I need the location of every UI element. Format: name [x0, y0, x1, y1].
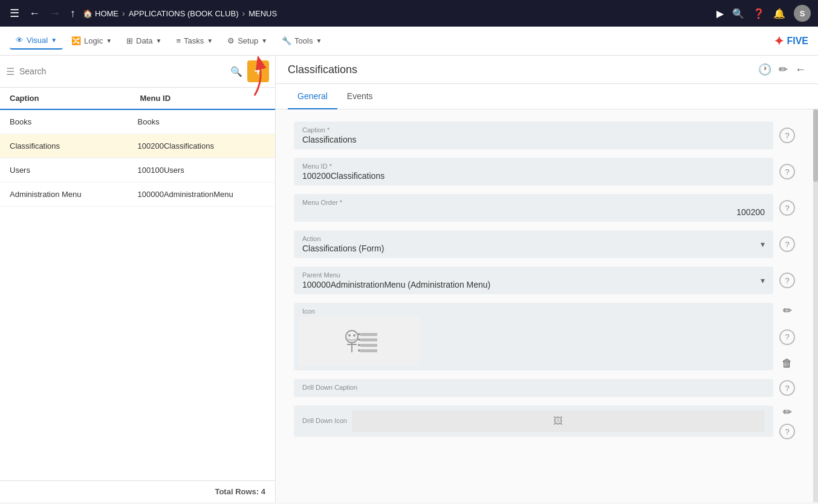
svg-point-1: [346, 331, 358, 343]
right-scrollbar[interactable]: [813, 109, 818, 502]
search-bar: ☰ 🔍 +: [0, 56, 275, 88]
row-caption: Administration Menu: [10, 190, 138, 199]
svg-rect-8: [360, 344, 377, 347]
svg-rect-9: [360, 349, 377, 352]
forward-icon[interactable]: →: [47, 5, 63, 22]
close-icon[interactable]: ←: [795, 63, 806, 76]
right-panel: Classifications 🕐 ✏ ← General Events Cap…: [276, 56, 818, 502]
row-menu-id: Books: [138, 117, 266, 126]
form-content: Caption * Classifications ? Menu ID * 10…: [276, 109, 813, 502]
drill-down-caption-help-icon[interactable]: ?: [779, 380, 795, 396]
svg-point-3: [353, 334, 355, 337]
menu-id-field: Menu ID * 100200Classifications: [294, 158, 773, 186]
caption-field: Caption * Classifications: [294, 121, 773, 149]
icon-field: Icon: [294, 303, 773, 370]
edit-icon[interactable]: ✏: [779, 63, 788, 76]
setup-icon: ⚙: [227, 36, 235, 45]
parent-menu-dropdown-caret: ▾: [761, 276, 765, 285]
row-caption: Users: [10, 166, 138, 175]
table-row[interactable]: Books Books: [0, 110, 275, 134]
tools-caret: ▼: [316, 37, 322, 44]
tab-events[interactable]: Events: [337, 84, 383, 109]
menu-order-help-icon[interactable]: ?: [779, 200, 795, 216]
caption-help-icon[interactable]: ?: [779, 128, 795, 143]
breadcrumb-home[interactable]: 🏠 HOME: [83, 9, 118, 18]
drill-down-icon-help-icon[interactable]: ?: [779, 424, 795, 439]
toolbar-visual[interactable]: 👁 Visual ▼: [10, 32, 63, 50]
help-icon[interactable]: ❓: [753, 8, 765, 19]
right-header: Classifications 🕐 ✏ ←: [276, 56, 818, 84]
menuid-help-icon[interactable]: ?: [779, 164, 795, 179]
logic-caret: ▼: [106, 37, 112, 44]
five-star-icon: ✦: [774, 34, 784, 48]
icon-delete-button[interactable]: 🗑: [779, 357, 795, 370]
action-field[interactable]: Action Classifications (Form) ▾: [294, 230, 773, 258]
data-icon: ⊞: [126, 36, 133, 45]
search-input[interactable]: [19, 66, 226, 76]
filter-icon: ☰: [6, 66, 15, 77]
logic-icon: 🔀: [71, 36, 81, 45]
up-icon[interactable]: ↑: [68, 5, 78, 22]
tab-general[interactable]: General: [288, 84, 337, 109]
drill-down-icon-row: Drill Down Icon 🖼 ✏ ?: [294, 405, 795, 439]
svg-point-13: [358, 349, 360, 352]
back-icon[interactable]: ←: [27, 5, 42, 22]
five-logo: ✦ FIVE: [774, 34, 808, 48]
tabs: General Events: [276, 84, 818, 109]
table-body: Books Books Classifications 100200Classi…: [0, 110, 275, 480]
toolbar-tasks[interactable]: ≡ Tasks ▼: [170, 33, 219, 49]
svg-rect-6: [360, 333, 377, 336]
tasks-icon: ≡: [176, 36, 181, 45]
drill-down-caption-row: Drill Down Caption ?: [294, 379, 795, 397]
left-panel: ☰ 🔍 + Caption Menu ID Books Boo: [0, 56, 276, 502]
table-row[interactable]: Classifications 100200Classifications: [0, 134, 275, 158]
row-menu-id: 100100Users: [138, 166, 266, 175]
add-button-arrow: [236, 56, 273, 99]
table-row[interactable]: Administration Menu 100000Administration…: [0, 183, 275, 207]
breadcrumb-sep-1: ›: [122, 8, 125, 18]
toolbar-tools[interactable]: 🔧 Tools ▼: [276, 33, 328, 49]
menu-order-row: Menu Order * 100200 ?: [294, 194, 795, 222]
history-icon[interactable]: 🕐: [758, 63, 771, 76]
svg-point-12: [358, 344, 360, 346]
row-menu-id: 100000AdministrationMenu: [138, 190, 266, 199]
visual-icon: 👁: [16, 36, 24, 45]
scrollbar-thumb[interactable]: [813, 109, 818, 182]
svg-point-11: [358, 338, 360, 341]
image-placeholder-icon: 🖼: [553, 416, 563, 427]
menu-id-row: Menu ID * 100200Classifications ?: [294, 158, 795, 186]
toolbar: 👁 Visual ▼ 🔀 Logic ▼ ⊞ Data ▼ ≡ Tasks ▼ …: [0, 27, 818, 56]
search-circle-icon[interactable]: 🔍: [732, 8, 744, 19]
toolbar-logic[interactable]: 🔀 Logic ▼: [65, 33, 118, 49]
toolbar-setup[interactable]: ⚙ Setup ▼: [221, 33, 273, 49]
drill-down-icon-edit-button[interactable]: ✏: [779, 405, 795, 419]
bell-icon[interactable]: 🔔: [773, 8, 785, 19]
table-footer: Total Rows: 4: [0, 480, 275, 502]
top-nav: ☰ ← → ↑ 🏠 HOME › APPLICATIONS (BOOK CLUB…: [0, 0, 818, 27]
visual-caret: ▼: [51, 37, 57, 44]
parent-menu-help-icon[interactable]: ?: [779, 273, 795, 288]
row-caption: Books: [10, 117, 138, 126]
table-header: Caption Menu ID: [0, 88, 275, 110]
user-avatar[interactable]: S: [794, 5, 811, 22]
parent-menu-field[interactable]: Parent Menu 100000AdministrationMenu (Ad…: [294, 267, 773, 294]
table-row[interactable]: Users 100100Users: [0, 158, 275, 183]
parent-menu-row: Parent Menu 100000AdministrationMenu (Ad…: [294, 267, 795, 294]
caption-row: Caption * Classifications ?: [294, 121, 795, 149]
toolbar-data[interactable]: ⊞ Data ▼: [120, 33, 167, 49]
drill-down-icon-field: Drill Down Icon 🖼: [294, 405, 773, 437]
breadcrumb-app[interactable]: APPLICATIONS (BOOK CLUB): [129, 9, 239, 18]
right-panel-title: Classifications: [288, 63, 752, 76]
breadcrumb-menus[interactable]: MENUS: [248, 9, 277, 18]
row-menu-id: 100200Classifications: [138, 141, 266, 150]
icon-preview: [299, 317, 420, 366]
action-help-icon[interactable]: ?: [779, 236, 795, 252]
play-icon[interactable]: ▶: [716, 8, 724, 19]
tasks-caret: ▼: [207, 37, 213, 44]
icon-edit-button[interactable]: ✏: [779, 304, 795, 317]
breadcrumb-sep-2: ›: [242, 8, 245, 18]
hamburger-icon[interactable]: ☰: [7, 4, 22, 22]
svg-point-10: [358, 333, 360, 335]
icon-help-icon[interactable]: ?: [779, 329, 795, 345]
icon-row: Icon: [294, 303, 795, 370]
